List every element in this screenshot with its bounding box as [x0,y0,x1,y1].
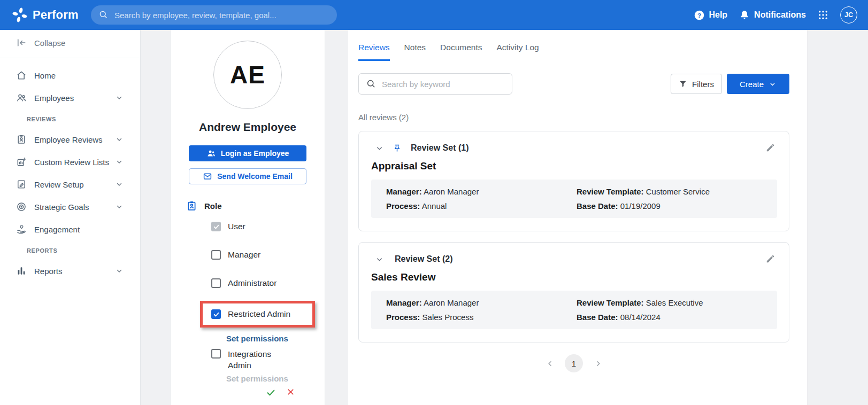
chevron-down-icon [116,94,123,102]
detail-process: Process: Annual [386,201,577,211]
page-number[interactable]: 1 [565,354,583,372]
tab-documents[interactable]: Documents [440,43,482,61]
role-option-user: User [211,222,325,231]
checkbox-integrations-admin-unchecked[interactable] [211,349,221,359]
role-title: Role [204,201,222,211]
keyword-search-input[interactable] [382,80,505,89]
sidebar-item-label: Home [34,71,56,80]
badge-icon [16,134,27,145]
collapse-button[interactable]: Collapse [0,37,140,48]
review-set-title: Review Set (2) [395,254,452,264]
sidebar-item-employee-reviews[interactable]: Employee Reviews [0,134,140,145]
chart-plus-icon [16,157,27,167]
detail-label: Base Date: [577,313,618,322]
tab-activity-log[interactable]: Activity Log [496,43,539,61]
brand[interactable]: Perform [12,7,79,23]
sidebar-item-reports[interactable]: Reports [0,266,140,276]
sidebar-item-label: Reports [34,267,63,276]
panel-gutter [325,30,348,405]
employee-name: Andrew Employee [171,121,325,134]
panel-gutter [141,30,170,405]
login-person-icon [206,149,216,158]
detail-label: Manager: [386,187,422,196]
review-set-details: Manager: Aaron Manager Review Template: … [371,291,777,329]
checkbox-manager-unchecked[interactable] [211,250,221,260]
user-avatar[interactable]: JC [840,6,857,24]
check-icon[interactable] [266,387,276,398]
sidebar-section-reports: REPORTS [0,247,140,254]
sidebar-item-strategic-goals[interactable]: Strategic Goals [0,201,140,212]
sidebar-item-label: Employee Reviews [34,135,103,144]
sidebar-item-engagement[interactable]: Engagement [0,224,140,235]
apps-menu-button[interactable] [818,10,828,20]
sidebar-item-label: Custom Review Lists [34,158,109,167]
help-button[interactable]: ? Help [694,10,727,20]
funnel-icon [679,80,687,88]
detail-value: Aaron Manager [424,298,479,307]
login-as-employee-button[interactable]: Login as Employee [189,145,306,161]
global-search-input[interactable] [114,11,318,20]
detail-label: Manager: [386,298,422,307]
create-button[interactable]: Create [727,74,789,94]
chevron-down-icon[interactable] [375,255,383,263]
detail-value: Customer Service [646,187,710,196]
sidebar-section-reviews: REVIEWS [0,116,140,122]
detail-manager: Manager: Aaron Manager [386,186,577,197]
checkbox-user-checked-disabled[interactable] [211,222,221,231]
apps-grid-icon [818,10,828,20]
tab-notes[interactable]: Notes [404,43,426,61]
checkbox-label: Manager [228,250,260,260]
divider [0,58,140,58]
sidebar-item-home[interactable]: Home [0,70,140,81]
detail-value: Sales Executive [646,298,703,307]
search-icon [98,10,109,20]
pencil-icon[interactable] [765,143,776,153]
collapse-label: Collapse [34,38,65,48]
sidebar-item-employees[interactable]: Employees [0,92,140,103]
chevron-down-icon[interactable] [375,144,383,152]
detail-label: Process: [386,201,420,211]
checkbox-label: User [228,222,245,231]
review-set-card: Review Set (1) Appraisal Set Manager: Aa… [358,131,789,231]
brand-name: Perform [33,8,79,22]
set-permissions-link[interactable]: Set permissions [226,334,325,343]
bell-icon [739,10,750,20]
create-label: Create [740,80,764,89]
restricted-admin-highlight-box: Restricted Admin [200,301,315,328]
global-search[interactable] [91,5,337,25]
pin-icon[interactable] [393,143,402,153]
sidebar-item-custom-review-lists[interactable]: Custom Review Lists [0,157,140,167]
tab-reviews[interactable]: Reviews [358,43,390,61]
top-navigation-bar: Perform ? Help Notifications [0,0,868,30]
notifications-button[interactable]: Notifications [739,10,806,20]
keyword-search[interactable] [358,73,512,95]
role-option-manager: Manager [211,250,325,260]
employee-profile-panel: AE Andrew Employee Login as Employee Sen… [170,30,325,405]
chevron-left-icon[interactable] [546,360,554,367]
chevron-right-icon[interactable] [594,360,602,367]
sidebar-item-label: Employees [34,94,74,103]
role-header: Role [186,200,325,211]
pencil-icon[interactable] [765,254,776,264]
review-set-header: Review Set (2) [359,243,789,264]
close-icon[interactable] [286,387,297,398]
detail-base-date: Base Date: 08/14/2024 [577,312,777,322]
tab-bar: Reviews Notes Documents Activity Log [358,43,807,61]
help-label: Help [709,10,727,20]
envelope-icon [203,172,212,181]
reviews-toolbar: Filters Create [358,73,789,95]
clipboard-edit-icon [16,179,27,190]
chevron-down-icon [116,203,123,211]
sidebar-item-label: Strategic Goals [34,203,89,212]
sidebar-item-review-setup[interactable]: Review Setup [0,179,140,190]
checkbox-administrator-unchecked[interactable] [211,278,221,288]
checkbox-restricted-admin-checked[interactable] [211,309,221,319]
search-icon [366,79,377,89]
review-set-header: Review Set (1) [359,131,789,153]
filters-button[interactable]: Filters [671,74,722,94]
detail-value: Aaron Manager [424,187,479,196]
chevron-down-icon [116,267,123,275]
sparkle-logo-icon [12,7,28,23]
sidebar-item-label: Review Setup [34,180,84,189]
send-welcome-email-button[interactable]: Send Welcome Email [189,168,306,184]
